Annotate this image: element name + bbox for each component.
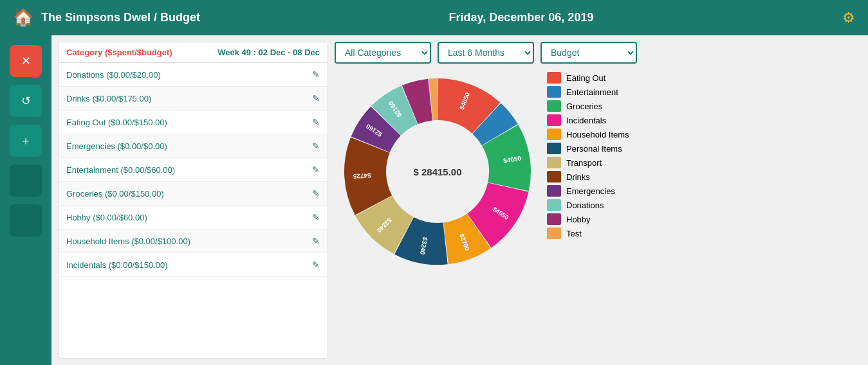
legend-item: Entertainment bbox=[547, 86, 650, 98]
edit-icon[interactable]: ✎ bbox=[312, 188, 320, 199]
refresh-button[interactable]: ↺ bbox=[10, 85, 42, 117]
legend-color-swatch bbox=[547, 227, 561, 239]
legend-item: Groceries bbox=[547, 100, 650, 112]
col1-label: Category ($spent/$budget) bbox=[66, 48, 172, 57]
legend-label: Entertainment bbox=[566, 87, 618, 97]
legend-label: Emergencies bbox=[566, 186, 615, 196]
legend-color-swatch bbox=[547, 185, 561, 197]
donut-chart: $4050$4050$4050$2700$3240$3240$4725$2160… bbox=[335, 69, 540, 274]
header: 🏠 The Simpsons Dwel / Budget Friday, Dec… bbox=[0, 0, 868, 35]
row-label: Groceries ($0.00/$150.00) bbox=[66, 189, 164, 199]
legend-color-swatch bbox=[547, 72, 561, 84]
nav-button-1[interactable] bbox=[10, 165, 42, 197]
table-row[interactable]: Eating Out ($0.00/$150.00)✎ bbox=[59, 111, 328, 134]
legend-label: Drinks bbox=[566, 172, 590, 182]
row-label: Household Items ($0.00/$100.00) bbox=[66, 236, 190, 246]
edit-icon[interactable]: ✎ bbox=[312, 260, 320, 270]
table-rows: Donations ($0.00/$20.00)✎Drinks ($0.00/$… bbox=[59, 63, 328, 277]
legend-color-swatch bbox=[547, 100, 561, 112]
legend-label: Incidentals bbox=[566, 116, 606, 125]
row-label: Drinks ($0.00/$175.00) bbox=[66, 94, 151, 103]
legend-item: Hobby bbox=[547, 213, 650, 225]
legend-item: Eating Out bbox=[547, 72, 650, 84]
app-title: The Simpsons Dwel / Budget bbox=[41, 11, 200, 24]
sidebar: ✕ ↺ ＋ bbox=[0, 35, 51, 365]
legend-label: Household Items bbox=[566, 130, 629, 139]
chart-section: All Categories Last 6 Months Budget $405… bbox=[335, 42, 862, 359]
row-label: Eating Out ($0.00/$150.00) bbox=[66, 118, 167, 127]
category-filter[interactable]: All Categories bbox=[335, 42, 431, 64]
edit-icon[interactable]: ✎ bbox=[312, 93, 320, 103]
edit-icon[interactable]: ✎ bbox=[312, 165, 320, 175]
legend-item: Test bbox=[547, 227, 650, 239]
header-date: Friday, December 06, 2019 bbox=[449, 11, 594, 24]
chart-legend: Eating OutEntertainmentGroceriesIncident… bbox=[547, 69, 650, 239]
edit-icon[interactable]: ✎ bbox=[312, 141, 320, 151]
type-filter[interactable]: Budget bbox=[540, 42, 637, 64]
row-label: Hobby ($0.00/$60.00) bbox=[66, 213, 147, 222]
legend-label: Donations bbox=[566, 200, 604, 210]
row-label: Incidentals ($0.00/$150.00) bbox=[66, 260, 168, 270]
budget-table: Category ($spent/$budget) Week 49 : 02 D… bbox=[58, 42, 328, 359]
legend-label: Groceries bbox=[566, 102, 602, 111]
legend-label: Test bbox=[566, 229, 582, 238]
col2-label: Week 49 : 02 Dec - 08 Dec bbox=[217, 48, 320, 57]
svg-text:$4725: $4725 bbox=[353, 172, 371, 180]
legend-color-swatch bbox=[547, 143, 561, 154]
chart-area: $4050$4050$4050$2700$3240$3240$4725$2160… bbox=[335, 69, 862, 274]
legend-item: Personal Items bbox=[547, 143, 650, 154]
table-header: Category ($spent/$budget) Week 49 : 02 D… bbox=[59, 42, 328, 63]
legend-label: Eating Out bbox=[566, 73, 605, 83]
row-label: Emergencies ($0.00/$0.00) bbox=[66, 141, 167, 151]
gear-icon[interactable]: ⚙ bbox=[842, 10, 855, 26]
legend-color-swatch bbox=[547, 114, 561, 126]
edit-icon[interactable]: ✎ bbox=[312, 69, 320, 80]
legend-color-swatch bbox=[547, 86, 561, 98]
edit-icon[interactable]: ✎ bbox=[312, 236, 320, 246]
legend-label: Personal Items bbox=[566, 144, 622, 154]
legend-label: Hobby bbox=[566, 215, 591, 224]
table-row[interactable]: Household Items ($0.00/$100.00)✎ bbox=[59, 229, 328, 253]
table-row[interactable]: Incidentals ($0.00/$150.00)✎ bbox=[59, 253, 328, 277]
home-icon: 🏠 bbox=[13, 8, 33, 28]
add-button[interactable]: ＋ bbox=[10, 125, 42, 157]
row-label: Entertainment ($0.00/$60.00) bbox=[66, 165, 175, 175]
legend-color-swatch bbox=[547, 157, 561, 168]
chart-controls: All Categories Last 6 Months Budget bbox=[335, 42, 862, 64]
time-filter[interactable]: Last 6 Months bbox=[438, 42, 534, 64]
nav-button-2[interactable] bbox=[10, 204, 42, 236]
close-button[interactable]: ✕ bbox=[10, 45, 42, 77]
legend-item: Donations bbox=[547, 199, 650, 211]
table-row[interactable]: Entertainment ($0.00/$60.00)✎ bbox=[59, 158, 328, 182]
legend-color-swatch bbox=[547, 129, 561, 140]
edit-icon[interactable]: ✎ bbox=[312, 117, 320, 127]
legend-item: Drinks bbox=[547, 171, 650, 182]
donut-center-value: $ 28415.00 bbox=[413, 166, 461, 177]
legend-label: Transport bbox=[566, 158, 602, 168]
main-layout: ✕ ↺ ＋ Category ($spent/$budget) Week 49 … bbox=[0, 35, 868, 365]
legend-color-swatch bbox=[547, 171, 561, 182]
row-label: Donations ($0.00/$20.00) bbox=[66, 70, 161, 80]
legend-item: Emergencies bbox=[547, 185, 650, 197]
table-row[interactable]: Emergencies ($0.00/$0.00)✎ bbox=[59, 134, 328, 158]
legend-item: Household Items bbox=[547, 129, 650, 140]
legend-color-swatch bbox=[547, 213, 561, 225]
table-row[interactable]: Groceries ($0.00/$150.00)✎ bbox=[59, 182, 328, 206]
legend-color-swatch bbox=[547, 199, 561, 211]
table-row[interactable]: Donations ($0.00/$20.00)✎ bbox=[59, 63, 328, 87]
content-area: Category ($spent/$budget) Week 49 : 02 D… bbox=[51, 35, 868, 365]
legend-item: Incidentals bbox=[547, 114, 650, 126]
legend-item: Transport bbox=[547, 157, 650, 168]
table-row[interactable]: Drinks ($0.00/$175.00)✎ bbox=[59, 87, 328, 111]
table-row[interactable]: Hobby ($0.00/$60.00)✎ bbox=[59, 206, 328, 229]
edit-icon[interactable]: ✎ bbox=[312, 212, 320, 222]
header-left: 🏠 The Simpsons Dwel / Budget bbox=[13, 8, 200, 28]
